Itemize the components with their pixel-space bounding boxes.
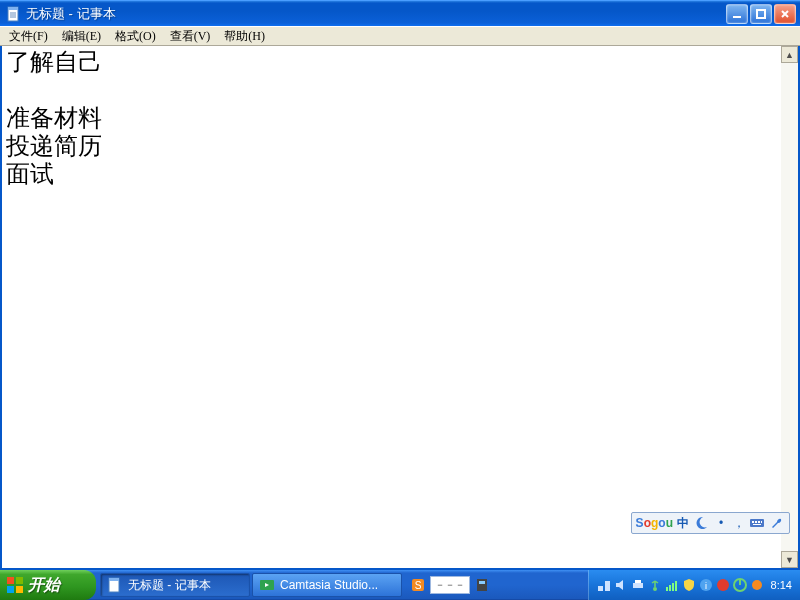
window-title: 无标题 - 记事本 (26, 5, 116, 23)
menu-format[interactable]: 格式(O) (108, 27, 163, 46)
sogou-logo: Sogou (636, 516, 673, 530)
svg-rect-10 (758, 521, 760, 523)
svg-rect-24 (479, 581, 485, 584)
system-tray: i 8:14 (588, 570, 800, 600)
moon-icon[interactable] (693, 515, 709, 531)
menu-file[interactable]: 文件(F) (2, 27, 55, 46)
svg-rect-9 (755, 521, 757, 523)
text-editor[interactable]: 了解自己 准备材料 投递简历 面试 (2, 46, 781, 568)
editor-client-area: 了解自己 准备材料 投递简历 面试 ▲ ▼ Sogou 中 • ， (0, 46, 800, 570)
ime-mode-indicator[interactable]: 中 (677, 515, 689, 532)
vertical-scrollbar[interactable]: ▲ ▼ (781, 46, 798, 568)
quick-launch-icon-1[interactable]: S (410, 577, 426, 593)
task-button-notepad[interactable]: 无标题 - 记事本 (100, 573, 250, 597)
taskbar-clock[interactable]: 8:14 (767, 579, 792, 591)
svg-text:S: S (415, 580, 422, 591)
menu-bar: 文件(F) 编辑(E) 格式(O) 查看(V) 帮助(H) (0, 26, 800, 46)
svg-rect-11 (761, 521, 762, 523)
svg-rect-12 (753, 524, 761, 525)
tray-icon-power[interactable] (733, 578, 747, 592)
keyboard-icon[interactable] (749, 515, 765, 531)
tray-icon-misc[interactable] (750, 578, 764, 592)
task-button-camtasia[interactable]: Camtasia Studio... (252, 573, 402, 597)
svg-rect-26 (605, 581, 610, 591)
windows-flag-icon (6, 576, 24, 594)
svg-rect-34 (675, 581, 677, 591)
svg-rect-32 (669, 585, 671, 591)
svg-rect-15 (7, 586, 14, 593)
svg-marker-27 (616, 580, 623, 590)
menu-help[interactable]: 帮助(H) (217, 27, 272, 46)
svg-rect-33 (672, 583, 674, 591)
task-label: 无标题 - 记事本 (128, 577, 211, 594)
window-titlebar: 无标题 - 记事本 (0, 0, 800, 26)
svg-rect-23 (477, 579, 487, 591)
menu-edit[interactable]: 编辑(E) (55, 27, 108, 46)
scroll-track[interactable] (781, 63, 798, 551)
quick-launch-icon-3[interactable] (474, 577, 490, 593)
tray-icon-usb[interactable] (648, 578, 662, 592)
comma-icon[interactable]: ， (733, 515, 745, 532)
tray-icon-shield[interactable] (682, 578, 696, 592)
notepad-icon (6, 6, 22, 22)
svg-rect-16 (16, 586, 23, 593)
svg-rect-29 (635, 580, 641, 583)
start-button[interactable]: 开始 (0, 570, 96, 600)
maximize-button[interactable] (750, 4, 772, 24)
svg-rect-1 (8, 7, 18, 10)
task-buttons: 无标题 - 记事本 Camtasia Studio... S －－－ (96, 570, 588, 600)
close-button[interactable] (774, 4, 796, 24)
svg-rect-8 (752, 521, 754, 523)
svg-text:i: i (705, 581, 707, 591)
scroll-down-button[interactable]: ▼ (781, 551, 798, 568)
start-label: 开始 (28, 575, 60, 596)
ime-toolbar[interactable]: Sogou 中 • ， (631, 512, 790, 534)
bullet-icon[interactable]: • (713, 515, 729, 531)
svg-point-30 (653, 587, 657, 591)
svg-rect-28 (633, 583, 643, 588)
tray-icon-volume[interactable] (614, 578, 628, 592)
svg-rect-6 (757, 10, 765, 18)
svg-point-37 (717, 579, 729, 591)
scroll-up-button[interactable]: ▲ (781, 46, 798, 63)
svg-rect-5 (733, 16, 741, 18)
tray-icon-network[interactable] (597, 578, 611, 592)
camtasia-icon (259, 577, 275, 593)
task-label: Camtasia Studio... (280, 578, 378, 592)
svg-rect-31 (666, 587, 668, 591)
menu-view[interactable]: 查看(V) (163, 27, 218, 46)
svg-rect-25 (598, 586, 603, 591)
notepad-icon (107, 577, 123, 593)
svg-point-40 (752, 580, 762, 590)
svg-rect-18 (109, 578, 119, 581)
svg-rect-14 (16, 577, 23, 584)
quick-launch: S －－－ (404, 576, 496, 594)
svg-rect-13 (7, 577, 14, 584)
taskbar: 开始 无标题 - 记事本 Camtasia Studio... S －－－ (0, 570, 800, 600)
tray-icon-info[interactable]: i (699, 578, 713, 592)
minimize-button[interactable] (726, 4, 748, 24)
quick-launch-icon-2[interactable]: －－－ (430, 576, 470, 594)
tray-icon-signal[interactable] (665, 578, 679, 592)
tray-icon-printer[interactable] (631, 578, 645, 592)
tray-icon-av[interactable] (716, 578, 730, 592)
wrench-icon[interactable] (769, 515, 785, 531)
